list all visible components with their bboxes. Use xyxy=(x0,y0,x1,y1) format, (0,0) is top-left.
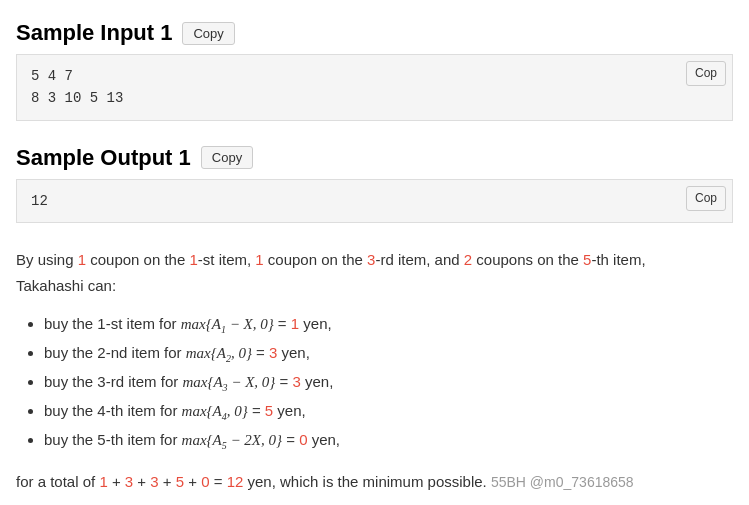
num-1b: 1 xyxy=(189,251,197,268)
sample-input-line-2: 8 3 10 5 13 xyxy=(31,87,718,109)
sample-output-title: Sample Output 1 xyxy=(16,145,191,171)
num-1a: 1 xyxy=(78,251,86,268)
sample-input-copy-button[interactable]: Copy xyxy=(182,22,234,45)
sample-input-title: Sample Input 1 xyxy=(16,20,172,46)
num-2: 2 xyxy=(464,251,472,268)
list-item-3: buy the 3-rd item for max{A3 − X, 0} = 3… xyxy=(44,368,733,397)
sample-output-copy-button[interactable]: Copy xyxy=(201,146,253,169)
sample-input-code-block: Cop 5 4 7 8 3 10 5 13 xyxy=(16,54,733,121)
total-line: for a total of 1 + 3 + 3 + 5 + 0 = 12 ye… xyxy=(16,469,733,495)
list-item-4: buy the 4-th item for max{A4, 0} = 5 yen… xyxy=(44,397,733,426)
sample-output-inner-copy-button[interactable]: Cop xyxy=(686,186,726,211)
explanation-paragraph: By using 1 coupon on the 1-st item, 1 co… xyxy=(16,247,733,298)
list-item-1: buy the 1-st item for max{A1 − X, 0} = 1… xyxy=(44,310,733,339)
attribution: 55BH @m0_73618658 xyxy=(491,474,634,490)
sample-output-value: 12 xyxy=(31,190,718,212)
list-item-2: buy the 2-nd item for max{A2, 0} = 3 yen… xyxy=(44,339,733,368)
num-5: 5 xyxy=(583,251,591,268)
sample-output-header: Sample Output 1 Copy xyxy=(16,145,733,171)
num-1c: 1 xyxy=(255,251,263,268)
sample-input-inner-copy-button[interactable]: Cop xyxy=(686,61,726,86)
num-3: 3 xyxy=(367,251,375,268)
sample-output-code-block: Cop 12 xyxy=(16,179,733,223)
bullet-list: buy the 1-st item for max{A1 − X, 0} = 1… xyxy=(44,310,733,455)
sample-input-header: Sample Input 1 Copy xyxy=(16,20,733,46)
list-item-5: buy the 5-th item for max{A5 − 2X, 0} = … xyxy=(44,426,733,455)
sample-input-line-1: 5 4 7 xyxy=(31,65,718,87)
